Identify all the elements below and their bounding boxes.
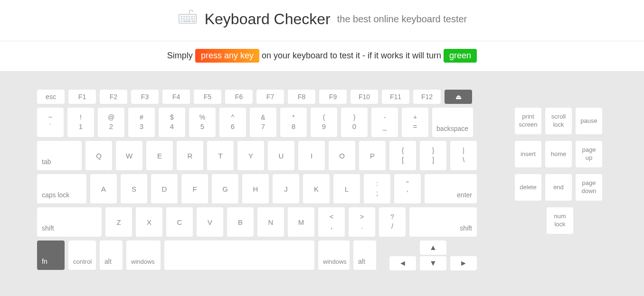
- key-m[interactable]: M: [288, 207, 314, 237]
- key-control-left[interactable]: control: [68, 240, 96, 270]
- key-p[interactable]: P: [359, 141, 386, 170]
- key-tab[interactable]: tab: [37, 141, 82, 170]
- key-][interactable]: }]: [420, 141, 446, 170]
- svg-rect-7: [180, 18, 182, 20]
- key-h[interactable]: H: [242, 174, 269, 204]
- key-num-lock[interactable]: numlock: [547, 207, 573, 234]
- svg-rect-1: [180, 16, 182, 18]
- arrow-cluster: ◄▲▼►: [389, 240, 477, 270]
- key-f2[interactable]: F2: [100, 90, 127, 104]
- key-`[interactable]: ~`: [37, 108, 64, 137]
- key-f3[interactable]: F3: [131, 90, 159, 104]
- nav-cluster: printscreenscrolllockpause inserthomepag…: [515, 90, 605, 274]
- key-page-down[interactable]: pagedown: [576, 174, 602, 201]
- key-[[interactable]: {[: [389, 141, 416, 170]
- key-pause[interactable]: pause: [576, 108, 602, 134]
- badge-press-any-key: press any key: [195, 49, 259, 63]
- badge-green: green: [444, 49, 477, 63]
- key-r[interactable]: R: [177, 141, 203, 170]
- key-windows-left[interactable]: windows: [126, 240, 161, 270]
- key-'[interactable]: "': [394, 174, 421, 204]
- key-c[interactable]: C: [166, 207, 193, 237]
- key-space[interactable]: [164, 240, 314, 270]
- svg-rect-15: [192, 20, 195, 22]
- key-8[interactable]: *8: [280, 108, 307, 137]
- key-5[interactable]: %5: [189, 108, 216, 137]
- key-scroll-lock[interactable]: scrolllock: [545, 108, 572, 134]
- svg-rect-10: [189, 18, 190, 20]
- key-j[interactable]: J: [273, 174, 299, 204]
- key-shift-left[interactable]: shift: [37, 207, 102, 237]
- key-q[interactable]: Q: [85, 141, 112, 170]
- key-t[interactable]: T: [207, 141, 234, 170]
- key-enter[interactable]: enter: [425, 174, 477, 204]
- key-f12[interactable]: F12: [413, 90, 441, 104]
- key-9[interactable]: (9: [311, 108, 337, 137]
- key-f6[interactable]: F6: [225, 90, 253, 104]
- key-s[interactable]: S: [121, 174, 147, 204]
- key-=[interactable]: +=: [402, 108, 428, 137]
- key-w[interactable]: W: [116, 141, 142, 170]
- key-home[interactable]: home: [545, 141, 572, 167]
- key-insert[interactable]: insert: [515, 141, 541, 167]
- key-f5[interactable]: F5: [194, 90, 221, 104]
- key-capslock[interactable]: caps lock: [37, 174, 86, 204]
- key-esc[interactable]: esc: [37, 90, 65, 104]
- key-l[interactable]: L: [333, 174, 360, 204]
- key-f7[interactable]: F7: [256, 90, 284, 104]
- key-arrow-down[interactable]: ▼: [420, 256, 446, 270]
- key-d[interactable]: D: [151, 174, 178, 204]
- key-fn[interactable]: fn: [37, 240, 65, 270]
- key-6[interactable]: ^6: [219, 108, 246, 137]
- key-e[interactable]: E: [146, 141, 173, 170]
- key-0[interactable]: )0: [341, 108, 368, 137]
- key-a[interactable]: A: [90, 174, 117, 204]
- key-f10[interactable]: F10: [350, 90, 378, 104]
- key-f8[interactable]: F8: [288, 90, 315, 104]
- key-page-up[interactable]: pageup: [576, 141, 602, 167]
- key-eject[interactable]: ⏏: [445, 90, 472, 104]
- key-f9[interactable]: F9: [319, 90, 347, 104]
- key-g[interactable]: G: [212, 174, 238, 204]
- key-v[interactable]: V: [197, 207, 223, 237]
- key-delete[interactable]: delete: [515, 174, 541, 201]
- key-b[interactable]: B: [227, 207, 254, 237]
- key-backspace[interactable]: backspace: [432, 108, 473, 137]
- key-f4[interactable]: F4: [162, 90, 190, 104]
- key-1[interactable]: !1: [67, 108, 94, 137]
- svg-rect-13: [180, 20, 182, 22]
- key-f1[interactable]: F1: [68, 90, 96, 104]
- instruction-mid: on your keyboard to test it - if it work…: [262, 51, 444, 60]
- key-x[interactable]: X: [136, 207, 162, 237]
- key-arrow-right[interactable]: ►: [450, 256, 477, 270]
- key-2[interactable]: @2: [98, 108, 124, 137]
- key-f11[interactable]: F11: [382, 90, 409, 104]
- key-,[interactable]: <,: [318, 207, 345, 237]
- key-end[interactable]: end: [545, 174, 572, 201]
- key-/[interactable]: ?/: [379, 207, 406, 237]
- key-4[interactable]: $4: [159, 108, 185, 137]
- key-shift-right[interactable]: shift: [409, 207, 477, 237]
- key-n[interactable]: N: [257, 207, 284, 237]
- key-;[interactable]: :;: [364, 174, 390, 204]
- svg-rect-2: [183, 16, 185, 18]
- key-\[interactable]: |\: [450, 141, 477, 170]
- key-alt-left[interactable]: alt: [100, 240, 123, 270]
- key-u[interactable]: U: [268, 141, 294, 170]
- key-print-screen[interactable]: printscreen: [515, 108, 541, 134]
- key-k[interactable]: K: [303, 174, 330, 204]
- key-i[interactable]: I: [298, 141, 325, 170]
- key-windows-right[interactable]: windows: [318, 240, 350, 270]
- key-3[interactable]: #3: [128, 108, 155, 137]
- key-.[interactable]: >.: [349, 207, 375, 237]
- instruction-pre: Simply: [167, 51, 195, 60]
- key-z[interactable]: Z: [105, 207, 132, 237]
- key-arrow-up[interactable]: ▲: [420, 240, 446, 255]
- key-7[interactable]: &7: [250, 108, 276, 137]
- key-o[interactable]: O: [329, 141, 355, 170]
- key-_[interactable]: -_: [371, 108, 398, 137]
- key-f[interactable]: F: [181, 174, 208, 204]
- key-arrow-left[interactable]: ◄: [389, 256, 416, 270]
- key-alt-right[interactable]: alt: [353, 240, 376, 270]
- key-y[interactable]: Y: [237, 141, 264, 170]
